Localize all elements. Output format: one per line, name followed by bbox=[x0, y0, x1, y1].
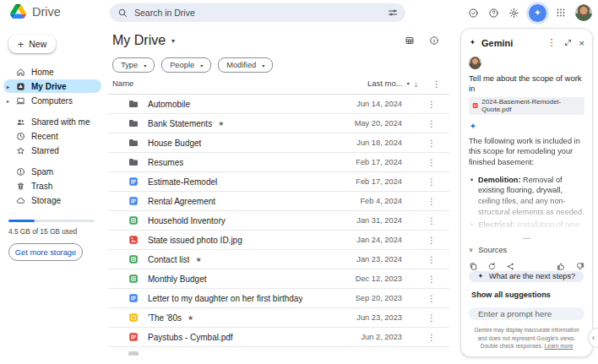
search-icon[interactable] bbox=[117, 8, 128, 18]
star-icon bbox=[16, 146, 25, 155]
star-icon: ★ bbox=[218, 120, 224, 128]
response-bullet: • Electrical: Installation of new recess… bbox=[469, 220, 584, 233]
filter-people[interactable]: People ▾ bbox=[161, 57, 211, 73]
file-row[interactable]: Bank Statements ★ May 20, 2024 ⋮ bbox=[108, 114, 449, 133]
chevron-down-icon: ∨ bbox=[469, 247, 473, 253]
search-options-icon[interactable] bbox=[388, 8, 398, 18]
apps-grid-icon[interactable] bbox=[556, 8, 566, 18]
search-bar[interactable]: Search in Drive bbox=[110, 3, 405, 22]
sidebar-item-starred[interactable]: Starred bbox=[3, 144, 101, 157]
search-input[interactable]: Search in Drive bbox=[134, 8, 381, 18]
suggestion-chip[interactable]: What are the next steps? bbox=[469, 271, 584, 282]
docs-icon bbox=[128, 177, 139, 187]
file-name: Letter to my daughter on her first birth… bbox=[148, 294, 302, 303]
file-reference-chip[interactable]: 2024-Basement-Remodel-Quote.pdf bbox=[469, 97, 584, 115]
chevron-down-icon: ▾ bbox=[262, 62, 264, 68]
row-more-icon[interactable]: ⋮ bbox=[427, 274, 436, 284]
new-button[interactable]: + New bbox=[8, 35, 56, 53]
file-row[interactable]: State issued photo ID.jpg Jan 24, 2024 ⋮ bbox=[108, 231, 449, 250]
row-more-icon[interactable]: ⋮ bbox=[427, 236, 436, 245]
drive-brand[interactable]: Drive bbox=[10, 4, 61, 19]
filter-modified[interactable]: Modified ▾ bbox=[218, 57, 273, 73]
account-avatar[interactable] bbox=[575, 4, 592, 21]
column-last-modified[interactable]: Last mo... ▾ bbox=[367, 79, 410, 88]
grid-view-icon[interactable] bbox=[405, 35, 415, 46]
row-more-icon[interactable]: ⋮ bbox=[427, 294, 436, 303]
file-row[interactable]: Household Inventory Jan 31, 2024 ⋮ bbox=[108, 211, 449, 231]
share-icon[interactable] bbox=[506, 262, 515, 271]
partially-visible-row bbox=[108, 347, 449, 356]
copy-icon[interactable] bbox=[469, 262, 478, 271]
prompt-input[interactable]: Enter a prompt here bbox=[469, 307, 584, 321]
expand-caret-icon[interactable]: ▸ bbox=[7, 98, 9, 104]
user-message: Tell me about the scope of work in bbox=[469, 73, 584, 95]
thumbs-up-icon[interactable] bbox=[557, 262, 566, 271]
file-row[interactable]: Estimate-Remodel Feb 17, 2024 ⋮ bbox=[108, 172, 449, 192]
chevron-down-icon: ▾ bbox=[144, 62, 146, 68]
file-row[interactable]: Contact list ★ Jan 23, 2024 ⋮ bbox=[108, 250, 449, 269]
page-title[interactable]: My Drive bbox=[112, 33, 166, 48]
sort-direction-icon[interactable]: ↓ bbox=[414, 79, 418, 89]
row-more-icon[interactable]: ⋮ bbox=[427, 313, 436, 323]
file-name: 'The '80s bbox=[148, 313, 182, 323]
expand-caret-icon[interactable]: ▸ bbox=[7, 84, 9, 90]
sort-caret-icon: ▾ bbox=[407, 80, 410, 86]
file-row[interactable]: Rental Agreement Feb 4, 2024 ⋮ bbox=[108, 192, 449, 211]
sidebar-item-trash[interactable]: Trash bbox=[3, 179, 101, 193]
help-icon[interactable] bbox=[488, 8, 499, 19]
sources-toggle[interactable]: ∨ Sources bbox=[469, 246, 584, 254]
row-more-icon[interactable]: ⋮ bbox=[427, 333, 436, 342]
sidebar-item-storage[interactable]: Storage bbox=[3, 193, 101, 207]
close-icon[interactable]: × bbox=[579, 38, 584, 48]
offline-status-icon[interactable] bbox=[468, 8, 479, 19]
file-row[interactable]: Resumes Feb 17, 2024 ⋮ bbox=[108, 153, 449, 172]
regenerate-icon[interactable] bbox=[487, 262, 497, 271]
row-more-icon[interactable]: ⋮ bbox=[427, 100, 436, 109]
filter-type[interactable]: Type ▾ bbox=[112, 57, 155, 73]
filter-chips: Type ▾ People ▾ Modified ▾ bbox=[108, 48, 449, 73]
row-more-icon[interactable]: ⋮ bbox=[427, 216, 436, 225]
file-row[interactable]: Monthly Budget Dec 12, 2023 ⋮ bbox=[108, 269, 449, 289]
file-name: Bank Statements bbox=[148, 119, 212, 128]
settings-gear-icon[interactable] bbox=[508, 8, 519, 19]
gemini-spark-button[interactable] bbox=[529, 4, 546, 22]
title-caret-icon[interactable]: ▾ bbox=[171, 37, 175, 45]
column-name[interactable]: Name bbox=[112, 79, 133, 88]
sidebar-item-home[interactable]: Home bbox=[3, 65, 101, 79]
row-more-icon[interactable]: ⋮ bbox=[427, 197, 436, 206]
panel-more-icon[interactable]: ⋮ bbox=[547, 37, 557, 48]
file-row[interactable]: Automobile Jun 14, 2024 ⋮ bbox=[108, 95, 449, 114]
file-row[interactable]: Paystubs - Cymbal.pdf Jun 2, 2023 ⋮ bbox=[108, 328, 449, 347]
row-more-icon[interactable]: ⋮ bbox=[427, 255, 436, 264]
row-more-icon[interactable]: ⋮ bbox=[427, 119, 436, 128]
list-header: Name Last mo... ▾ ↓ ⋮ bbox=[108, 73, 449, 95]
truncation-ellipsis[interactable]: ... bbox=[469, 233, 584, 240]
row-more-icon[interactable]: ⋮ bbox=[427, 158, 436, 167]
file-rows: Automobile Jun 14, 2024 ⋮ Bank Statement… bbox=[108, 95, 449, 347]
header-more-icon[interactable]: ⋮ bbox=[432, 79, 441, 89]
pdf-icon bbox=[472, 102, 478, 109]
row-more-icon[interactable]: ⋮ bbox=[427, 139, 436, 148]
info-icon[interactable] bbox=[429, 35, 439, 46]
row-more-icon[interactable]: ⋮ bbox=[427, 177, 436, 187]
file-row[interactable]: 'The '80s ★ Jun 23, 2023 ⋮ bbox=[108, 308, 449, 328]
get-more-storage-button[interactable]: Get more storage bbox=[8, 243, 83, 261]
cloud-icon bbox=[16, 196, 25, 205]
thumbs-down-icon[interactable] bbox=[575, 262, 584, 271]
sidebar-item-shared-with-me[interactable]: Shared with me bbox=[3, 115, 101, 128]
show-all-suggestions-button[interactable]: Show all suggestions bbox=[471, 291, 551, 299]
file-row[interactable]: Letter to my daughter on her first birth… bbox=[108, 289, 449, 308]
learn-more-link[interactable]: Learn more bbox=[545, 343, 574, 349]
plus-icon: + bbox=[18, 39, 24, 50]
slides-icon bbox=[128, 312, 139, 323]
trash-icon bbox=[16, 182, 25, 191]
sidebar-item-computers[interactable]: ▸ Computers bbox=[3, 94, 101, 107]
expand-icon[interactable] bbox=[564, 39, 572, 46]
sidebar-item-my-drive[interactable]: ▸ My Drive bbox=[3, 79, 101, 93]
docs-icon bbox=[128, 293, 139, 303]
gemini-disclaimer: Gemini may display inaccurate informatio… bbox=[469, 326, 584, 350]
sidebar-item-spam[interactable]: Spam bbox=[3, 165, 101, 178]
file-modified-date: Jan 24, 2024 bbox=[356, 236, 402, 244]
sidebar-item-recent[interactable]: Recent bbox=[3, 129, 101, 143]
file-row[interactable]: House Budget Jun 18, 2024 ⋮ bbox=[108, 133, 449, 153]
